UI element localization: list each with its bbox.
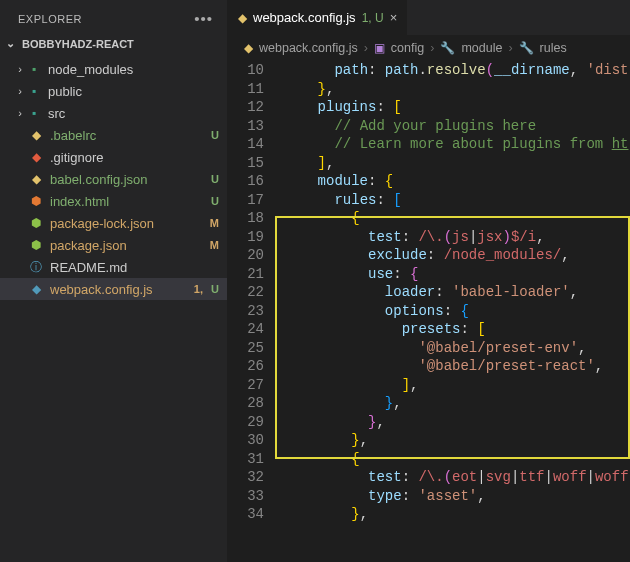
close-icon[interactable]: × (390, 10, 398, 25)
code-line[interactable]: }, (284, 431, 630, 450)
html-icon: ⬢ (28, 193, 44, 209)
breadcrumb[interactable]: ◆webpack.config.js›▣config›🔧module›🔧rule… (228, 35, 630, 61)
explorer-header: EXPLORER ••• (0, 0, 227, 33)
line-number: 20 (228, 246, 264, 265)
tree-file[interactable]: ◆.gitignore (0, 146, 227, 168)
code-line[interactable]: type: 'asset', (284, 487, 630, 506)
git-status-badge: U (211, 173, 219, 185)
code-line[interactable]: '@babel/preset-env', (284, 339, 630, 358)
line-number: 29 (228, 413, 264, 432)
code-line[interactable]: module: { (284, 172, 630, 191)
wrench-icon: 🔧 (440, 41, 455, 55)
code-line[interactable]: }, (284, 413, 630, 432)
tree-file[interactable]: ◆.babelrcU (0, 124, 227, 146)
tree-file[interactable]: ⬢package.jsonM (0, 234, 227, 256)
line-number: 14 (228, 135, 264, 154)
js-icon: ◆ (244, 41, 253, 55)
code-line[interactable]: plugins: [ (284, 98, 630, 117)
code-line[interactable]: presets: [ (284, 320, 630, 339)
code-line[interactable]: { (284, 450, 630, 469)
line-number: 17 (228, 191, 264, 210)
code-line[interactable]: ], (284, 154, 630, 173)
line-number: 23 (228, 302, 264, 321)
tree-file[interactable]: ⓘREADME.md (0, 256, 227, 278)
git-status-badge: M (210, 217, 219, 229)
line-number: 30 (228, 431, 264, 450)
code-line[interactable]: ], (284, 376, 630, 395)
code-line[interactable]: }, (284, 394, 630, 413)
cube-icon: ▣ (374, 41, 385, 55)
line-number: 32 (228, 468, 264, 487)
line-gutter: 1011121314151617181920212223242526272829… (228, 61, 282, 524)
tab-active[interactable]: ◆ webpack.config.js 1, U × (228, 0, 408, 35)
tree-file[interactable]: ⬢index.htmlU (0, 190, 227, 212)
tab-bar: ◆ webpack.config.js 1, U × (228, 0, 630, 35)
breadcrumb-separator: › (508, 41, 512, 55)
webpack-icon: ◆ (28, 281, 44, 297)
file-label: README.md (50, 260, 219, 275)
breadcrumb-item[interactable]: rules (540, 41, 567, 55)
tree-file[interactable]: ◆webpack.config.js1,U (0, 278, 227, 300)
tree-file[interactable]: ◆babel.config.jsonU (0, 168, 227, 190)
code-line[interactable]: test: /\.(eot|svg|ttf|woff|woff (284, 468, 630, 487)
breadcrumb-item[interactable]: webpack.config.js (259, 41, 358, 55)
code-line[interactable]: use: { (284, 265, 630, 284)
code-line[interactable]: // Learn more about plugins from ht (284, 135, 630, 154)
line-number: 26 (228, 357, 264, 376)
file-label: package.json (50, 238, 206, 253)
breadcrumb-item[interactable]: config (391, 41, 424, 55)
line-number: 15 (228, 154, 264, 173)
folder-icon: ▪ (26, 61, 42, 77)
line-number: 22 (228, 283, 264, 302)
file-label: webpack.config.js (50, 282, 190, 297)
file-label: babel.config.json (50, 172, 207, 187)
file-label: .babelrc (50, 128, 207, 143)
code-editor[interactable]: 1011121314151617181920212223242526272829… (228, 61, 630, 562)
code-line[interactable]: { (284, 209, 630, 228)
line-number: 33 (228, 487, 264, 506)
line-number: 16 (228, 172, 264, 191)
code-content[interactable]: path: path.resolve(__dirname, 'dist }, p… (284, 61, 630, 524)
line-number: 34 (228, 505, 264, 524)
code-line[interactable]: exclude: /node_modules/, (284, 246, 630, 265)
line-number: 11 (228, 80, 264, 99)
file-label: package-lock.json (50, 216, 206, 231)
code-line[interactable]: }, (284, 505, 630, 524)
line-number: 19 (228, 228, 264, 247)
tree-folder[interactable]: ›▪src (0, 102, 227, 124)
js-file-icon: ◆ (238, 11, 247, 25)
code-line[interactable]: test: /\.(js|jsx)$/i, (284, 228, 630, 247)
folder-icon: ▪ (26, 83, 42, 99)
code-line[interactable]: rules: [ (284, 191, 630, 210)
file-label: src (48, 106, 219, 121)
git-status-badge: U (211, 283, 219, 295)
code-line[interactable]: }, (284, 80, 630, 99)
line-number: 10 (228, 61, 264, 80)
line-number: 31 (228, 450, 264, 469)
breadcrumb-item[interactable]: module (461, 41, 502, 55)
breadcrumb-separator: › (364, 41, 368, 55)
explorer-sidebar: EXPLORER ••• ⌄ BOBBYHADZ-REACT ›▪node_mo… (0, 0, 228, 562)
file-label: index.html (50, 194, 207, 209)
code-line[interactable]: path: path.resolve(__dirname, 'dist (284, 61, 630, 80)
npm-icon: ⬢ (28, 237, 44, 253)
problem-count: 1, (194, 283, 203, 295)
more-icon[interactable]: ••• (194, 10, 213, 27)
project-header[interactable]: ⌄ BOBBYHADZ-REACT (0, 33, 227, 56)
line-number: 21 (228, 265, 264, 284)
file-label: public (48, 84, 219, 99)
line-number: 28 (228, 394, 264, 413)
code-line[interactable]: '@babel/preset-react', (284, 357, 630, 376)
line-number: 27 (228, 376, 264, 395)
editor-area: ◆ webpack.config.js 1, U × ◆webpack.conf… (228, 0, 630, 562)
chevron-right-icon: › (14, 63, 26, 75)
code-line[interactable]: loader: 'babel-loader', (284, 283, 630, 302)
tree-folder[interactable]: ›▪node_modules (0, 58, 227, 80)
line-number: 25 (228, 339, 264, 358)
tab-title: webpack.config.js (253, 10, 356, 25)
code-line[interactable]: // Add your plugins here (284, 117, 630, 136)
tree-file[interactable]: ⬢package-lock.jsonM (0, 212, 227, 234)
code-line[interactable]: options: { (284, 302, 630, 321)
tree-folder[interactable]: ›▪public (0, 80, 227, 102)
babel-icon: ◆ (28, 171, 44, 187)
